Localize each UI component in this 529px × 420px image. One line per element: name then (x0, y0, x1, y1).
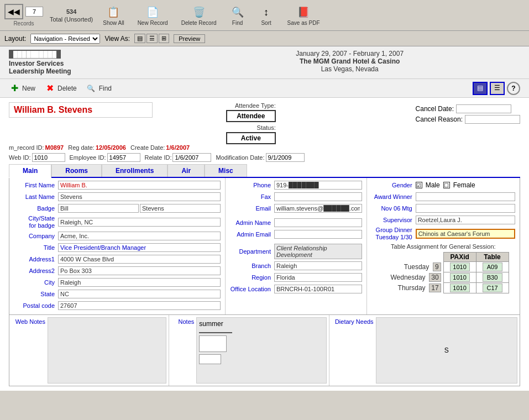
paxid-header: PAXid (443, 253, 476, 262)
supervisor-input[interactable] (416, 216, 515, 224)
find-button[interactable]: 🔍 Find (227, 3, 249, 27)
address1-row: Address1 (14, 254, 221, 264)
last-name-row: Last Name (14, 192, 221, 202)
form-view-icon[interactable]: ▤ (473, 82, 488, 95)
tab-enrollments[interactable]: Enrollments (102, 164, 167, 177)
award-winner-input[interactable] (416, 192, 515, 201)
nav-back-button[interactable]: ◀◀ (4, 4, 23, 19)
company-logo: ██████████ (9, 50, 61, 59)
badge-last-input[interactable] (140, 204, 221, 213)
sub-toolbar: ✚ New ✖ Delete 🔍 Find ▤ ☰ ? (0, 79, 529, 98)
city-input[interactable] (58, 278, 221, 287)
record-number-input[interactable] (25, 7, 43, 17)
attendee-type-value[interactable]: Attendee (226, 110, 276, 122)
save-pdf-button[interactable]: 📕 Save as PDF (284, 3, 323, 27)
wednesday-paxid-input[interactable] (450, 273, 470, 282)
modification-date-input[interactable] (266, 153, 305, 162)
phone-input[interactable] (274, 181, 362, 190)
branch-input[interactable] (274, 261, 362, 270)
table-header: Table (476, 253, 509, 262)
cancel-date-input[interactable] (456, 104, 511, 113)
layout-select[interactable]: Navigation - Revised (30, 34, 100, 44)
thursday-table-input[interactable] (483, 284, 502, 292)
tuesday-paxid (443, 262, 476, 272)
cancel-reason-row: Cancel Reason: (416, 115, 520, 124)
total-group: 534 Total (Unsorted) (50, 8, 93, 23)
badge-first-input[interactable] (58, 204, 139, 213)
records-label: Records (13, 20, 34, 27)
thursday-count: 17 (429, 284, 441, 292)
region-row: Region (230, 272, 362, 282)
show-all-button[interactable]: 📋 Show All (99, 3, 127, 27)
web-notes-area[interactable] (48, 317, 166, 384)
record-info-row2: Web ID: Employee ID: Relate ID: Modifica… (9, 153, 520, 162)
status-value[interactable]: Active (226, 132, 276, 144)
company-info: ██████████ Investor Services Leadership … (9, 50, 179, 75)
nov06-input[interactable] (416, 204, 515, 213)
cancel-reason-input[interactable] (465, 115, 520, 124)
notes-input1[interactable] (199, 354, 221, 364)
tab-main[interactable]: Main (9, 164, 51, 178)
address1-input[interactable] (58, 255, 221, 264)
wednesday-table-input[interactable] (483, 273, 502, 282)
department-value: Client Relationship Development (274, 244, 362, 259)
title-input[interactable] (58, 243, 221, 252)
region-label: Region (230, 274, 274, 281)
thursday-paxid-input[interactable] (450, 284, 470, 292)
last-name-input[interactable] (58, 192, 221, 201)
admin-email-input[interactable] (274, 230, 362, 239)
office-location-input[interactable] (274, 285, 362, 293)
tab-misc[interactable]: Misc (205, 164, 247, 177)
view-list-button[interactable]: ☰ (146, 34, 158, 43)
tuesday-paxid-input[interactable] (450, 262, 470, 271)
delete-record-button[interactable]: 🗑️ Delete Record (178, 3, 220, 27)
address1-label: Address1 (14, 256, 58, 262)
female-checkbox[interactable]: ☐ (443, 182, 450, 188)
employee-id-input[interactable] (107, 153, 140, 162)
event-venue: The MGM Grand Hotel & Casino (179, 57, 520, 65)
notes-area[interactable]: summer (196, 317, 326, 384)
new-button-label: New (22, 85, 35, 92)
tab-rooms[interactable]: Rooms (51, 164, 102, 177)
wednesday-label: Wednesday 30 (371, 272, 444, 283)
relate-id-input[interactable] (172, 153, 211, 162)
view-form-button[interactable]: ▤ (134, 34, 145, 43)
email-input[interactable] (274, 204, 362, 213)
region-input[interactable] (274, 273, 362, 282)
tuesday-table-input[interactable] (483, 262, 502, 271)
new-record-icon: 📄 (145, 4, 160, 20)
city-label: City (14, 279, 58, 286)
admin-name-input[interactable] (274, 218, 362, 227)
view-grid-button[interactable]: ⊞ (159, 34, 169, 43)
new-button[interactable]: ✚ New (9, 83, 35, 94)
table-assignment: Table Assignment for General Session: PA… (371, 243, 515, 293)
new-record-label: New Record (138, 20, 168, 26)
attendee-name: William B. Stevens (9, 102, 153, 118)
postal-input[interactable] (58, 301, 221, 310)
fax-input[interactable] (274, 192, 362, 201)
delete-button[interactable]: ✖ Delete (44, 83, 77, 94)
address2-input[interactable] (58, 266, 221, 275)
toolbar: ◀◀ Records 534 Total (Unsorted) 📋 Show A… (0, 0, 529, 31)
reg-date-field: Reg date: 12/05/2006 (68, 144, 126, 151)
sort-button[interactable]: ↕️ Sort (255, 3, 277, 27)
notes-checkbox1[interactable] (199, 335, 227, 352)
group-dinner-input[interactable] (416, 229, 515, 239)
tab-air[interactable]: Air (167, 164, 205, 177)
scroll-filler (509, 262, 515, 272)
web-id-input[interactable] (32, 153, 65, 162)
find-sub-button[interactable]: 🔍 Find (86, 83, 112, 94)
male-checkbox[interactable]: ☑ (416, 182, 422, 188)
state-input[interactable] (58, 290, 221, 298)
list-view-icon[interactable]: ☰ (490, 82, 505, 95)
cancel-reason-label: Cancel Reason: (416, 116, 463, 123)
company-input[interactable] (58, 232, 221, 240)
dietary-area[interactable]: S (376, 317, 517, 384)
new-record-button[interactable]: 📄 New Record (134, 3, 171, 27)
employee-id-label: Employee ID: (70, 154, 106, 161)
preview-button[interactable]: Preview (174, 34, 205, 43)
help-button[interactable]: ? (507, 82, 520, 95)
delete-icon: ✖ (44, 83, 55, 94)
city-state-badge-input[interactable] (58, 218, 221, 227)
first-name-input[interactable] (58, 181, 221, 190)
